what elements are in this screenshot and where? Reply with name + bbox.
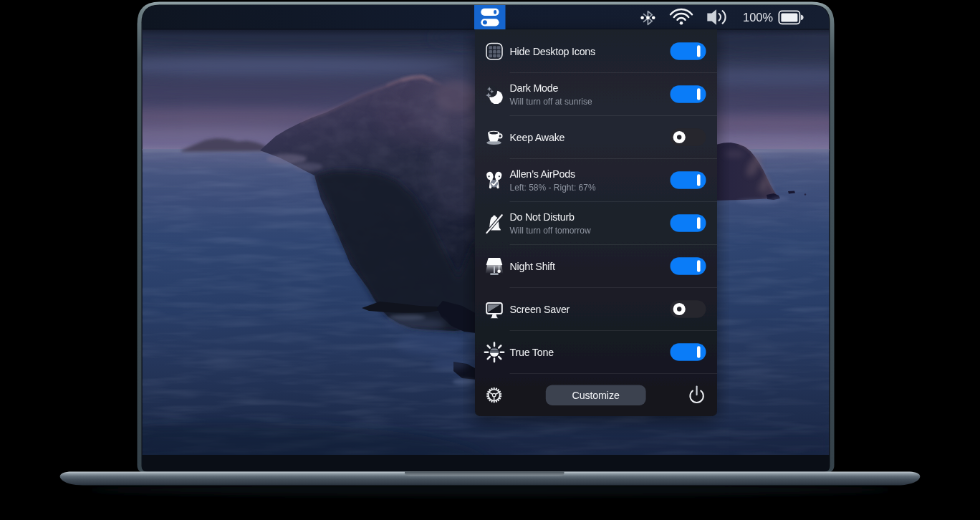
svg-text:Customize: Customize bbox=[572, 390, 620, 401]
svg-text:Screen Saver: Screen Saver bbox=[510, 304, 570, 315]
svg-text:Left: 58% - Right: 67%: Left: 58% - Right: 67% bbox=[510, 183, 596, 193]
svg-text:Will turn off tomorrow: Will turn off tomorrow bbox=[510, 226, 591, 236]
svg-text:Night Shift: Night Shift bbox=[510, 261, 555, 272]
svg-text:Will turn off at sunrise: Will turn off at sunrise bbox=[510, 97, 592, 107]
svg-text:Keep Awake: Keep Awake bbox=[510, 132, 565, 143]
svg-text:100%: 100% bbox=[743, 11, 773, 24]
svg-text:Dark Mode: Dark Mode bbox=[510, 82, 559, 94]
svg-text:Do Not Disturb: Do Not Disturb bbox=[510, 211, 575, 223]
svg-text:True Tone: True Tone bbox=[510, 347, 554, 358]
svg-text:Hide Desktop Icons: Hide Desktop Icons bbox=[510, 46, 596, 57]
svg-text:Allen’s AirPods: Allen’s AirPods bbox=[510, 168, 575, 180]
